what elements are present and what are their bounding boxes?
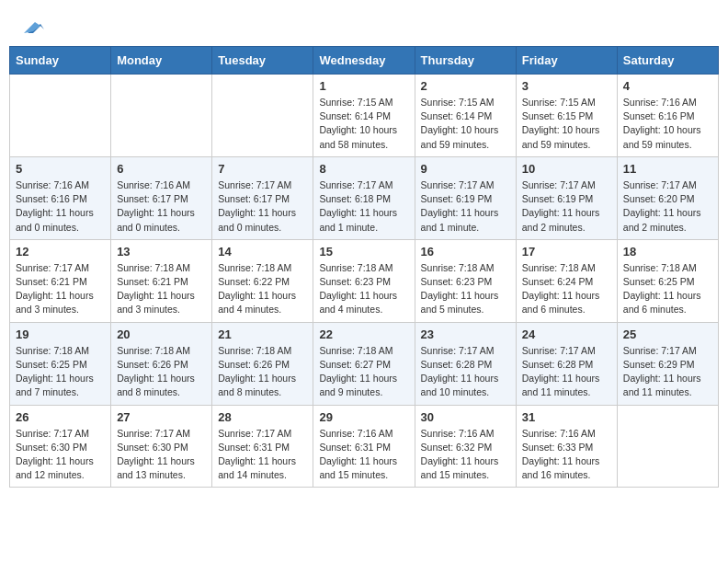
- day-info: Sunrise: 7:16 AMSunset: 6:32 PMDaylight:…: [421, 427, 510, 483]
- calendar-cell: 13Sunrise: 7:18 AMSunset: 6:21 PMDayligh…: [111, 239, 212, 322]
- day-info: Sunrise: 7:18 AMSunset: 6:22 PMDaylight:…: [218, 261, 307, 317]
- calendar-cell: 10Sunrise: 7:17 AMSunset: 6:19 PMDayligh…: [516, 156, 617, 239]
- day-number: 14: [218, 245, 307, 259]
- day-number: 4: [623, 79, 712, 93]
- calendar-table: SundayMondayTuesdayWednesdayThursdayFrid…: [9, 46, 719, 488]
- day-info: Sunrise: 7:17 AMSunset: 6:30 PMDaylight:…: [16, 427, 105, 483]
- calendar-cell: 1Sunrise: 7:15 AMSunset: 6:14 PMDaylight…: [313, 75, 415, 157]
- day-info: Sunrise: 7:18 AMSunset: 6:21 PMDaylight:…: [117, 261, 206, 317]
- calendar-cell: 4Sunrise: 7:16 AMSunset: 6:16 PMDaylight…: [617, 75, 718, 157]
- day-number: 19: [16, 327, 105, 341]
- day-info: Sunrise: 7:17 AMSunset: 6:28 PMDaylight:…: [421, 344, 510, 400]
- day-info: Sunrise: 7:18 AMSunset: 6:25 PMDaylight:…: [16, 344, 105, 400]
- day-number: 11: [623, 162, 712, 176]
- day-info: Sunrise: 7:18 AMSunset: 6:23 PMDaylight:…: [421, 261, 510, 317]
- calendar-cell: 24Sunrise: 7:17 AMSunset: 6:28 PMDayligh…: [516, 322, 617, 405]
- day-info: Sunrise: 7:17 AMSunset: 6:18 PMDaylight:…: [319, 178, 408, 235]
- calendar-cell: 11Sunrise: 7:17 AMSunset: 6:20 PMDayligh…: [617, 156, 718, 239]
- calendar-wrapper: SundayMondayTuesdayWednesdayThursdayFrid…: [0, 46, 728, 497]
- day-number: 7: [218, 162, 307, 176]
- calendar-cell: 20Sunrise: 7:18 AMSunset: 6:26 PMDayligh…: [111, 322, 212, 405]
- day-number: 18: [623, 245, 712, 259]
- calendar-cell: 19Sunrise: 7:18 AMSunset: 6:25 PMDayligh…: [10, 322, 111, 405]
- calendar-cell: [212, 75, 313, 157]
- day-info: Sunrise: 7:17 AMSunset: 6:19 PMDaylight:…: [522, 178, 611, 235]
- day-number: 30: [421, 410, 510, 424]
- day-info: Sunrise: 7:18 AMSunset: 6:27 PMDaylight:…: [319, 344, 408, 400]
- day-number: 13: [117, 245, 206, 259]
- day-info: Sunrise: 7:16 AMSunset: 6:16 PMDaylight:…: [16, 178, 105, 235]
- calendar-cell: 15Sunrise: 7:18 AMSunset: 6:23 PMDayligh…: [313, 239, 415, 322]
- calendar-week-row: 1Sunrise: 7:15 AMSunset: 6:14 PMDaylight…: [10, 75, 719, 157]
- day-number: 6: [117, 162, 206, 176]
- day-info: Sunrise: 7:17 AMSunset: 6:20 PMDaylight:…: [623, 178, 712, 235]
- day-info: Sunrise: 7:18 AMSunset: 6:26 PMDaylight:…: [218, 344, 307, 400]
- calendar-week-row: 19Sunrise: 7:18 AMSunset: 6:25 PMDayligh…: [10, 322, 719, 405]
- calendar-cell: 22Sunrise: 7:18 AMSunset: 6:27 PMDayligh…: [313, 322, 415, 405]
- calendar-week-row: 12Sunrise: 7:17 AMSunset: 6:21 PMDayligh…: [10, 239, 719, 322]
- day-number: 16: [421, 245, 510, 259]
- day-info: Sunrise: 7:15 AMSunset: 6:14 PMDaylight:…: [421, 96, 510, 152]
- day-info: Sunrise: 7:17 AMSunset: 6:17 PMDaylight:…: [218, 178, 307, 235]
- calendar-cell: [111, 75, 212, 157]
- weekday-header-friday: Friday: [516, 47, 617, 75]
- calendar-cell: 3Sunrise: 7:15 AMSunset: 6:15 PMDaylight…: [516, 75, 617, 157]
- calendar-cell: 2Sunrise: 7:15 AMSunset: 6:14 PMDaylight…: [415, 75, 516, 157]
- day-number: 25: [623, 327, 712, 341]
- day-number: 21: [218, 327, 307, 341]
- logo-icon: [24, 17, 44, 37]
- calendar-cell: 12Sunrise: 7:17 AMSunset: 6:21 PMDayligh…: [10, 239, 111, 322]
- logo: [22, 17, 44, 37]
- weekday-header-thursday: Thursday: [415, 47, 516, 75]
- day-number: 29: [319, 410, 408, 424]
- day-number: 15: [319, 245, 408, 259]
- weekday-header-tuesday: Tuesday: [212, 47, 313, 75]
- calendar-cell: 6Sunrise: 7:16 AMSunset: 6:17 PMDaylight…: [111, 156, 212, 239]
- calendar-cell: [10, 75, 111, 157]
- day-info: Sunrise: 7:16 AMSunset: 6:16 PMDaylight:…: [623, 96, 712, 152]
- day-info: Sunrise: 7:17 AMSunset: 6:31 PMDaylight:…: [218, 427, 307, 483]
- calendar-cell: 23Sunrise: 7:17 AMSunset: 6:28 PMDayligh…: [415, 322, 516, 405]
- day-info: Sunrise: 7:17 AMSunset: 6:19 PMDaylight:…: [421, 178, 510, 235]
- calendar-cell: 7Sunrise: 7:17 AMSunset: 6:17 PMDaylight…: [212, 156, 313, 239]
- day-info: Sunrise: 7:18 AMSunset: 6:25 PMDaylight:…: [623, 261, 712, 317]
- calendar-cell: 25Sunrise: 7:17 AMSunset: 6:29 PMDayligh…: [617, 322, 718, 405]
- day-number: 27: [117, 410, 206, 424]
- day-number: 1: [319, 79, 408, 93]
- day-number: 3: [522, 79, 611, 93]
- day-number: 28: [218, 410, 307, 424]
- day-info: Sunrise: 7:15 AMSunset: 6:14 PMDaylight:…: [319, 96, 408, 152]
- calendar-cell: 9Sunrise: 7:17 AMSunset: 6:19 PMDaylight…: [415, 156, 516, 239]
- weekday-header-monday: Monday: [111, 47, 212, 75]
- day-info: Sunrise: 7:18 AMSunset: 6:26 PMDaylight:…: [117, 344, 206, 400]
- calendar-header-row: SundayMondayTuesdayWednesdayThursdayFrid…: [10, 47, 719, 75]
- weekday-header-saturday: Saturday: [617, 47, 718, 75]
- day-number: 26: [16, 410, 105, 424]
- calendar-cell: 18Sunrise: 7:18 AMSunset: 6:25 PMDayligh…: [617, 239, 718, 322]
- calendar-cell: [617, 405, 718, 488]
- day-number: 2: [421, 79, 510, 93]
- calendar-week-row: 26Sunrise: 7:17 AMSunset: 6:30 PMDayligh…: [10, 405, 719, 488]
- day-info: Sunrise: 7:17 AMSunset: 6:30 PMDaylight:…: [117, 427, 206, 483]
- day-number: 17: [522, 245, 611, 259]
- calendar-week-row: 5Sunrise: 7:16 AMSunset: 6:16 PMDaylight…: [10, 156, 719, 239]
- weekday-header-wednesday: Wednesday: [313, 47, 415, 75]
- day-info: Sunrise: 7:16 AMSunset: 6:17 PMDaylight:…: [117, 178, 206, 235]
- calendar-cell: 28Sunrise: 7:17 AMSunset: 6:31 PMDayligh…: [212, 405, 313, 488]
- calendar-cell: 29Sunrise: 7:16 AMSunset: 6:31 PMDayligh…: [313, 405, 415, 488]
- day-info: Sunrise: 7:18 AMSunset: 6:24 PMDaylight:…: [522, 261, 611, 317]
- calendar-cell: 17Sunrise: 7:18 AMSunset: 6:24 PMDayligh…: [516, 239, 617, 322]
- day-info: Sunrise: 7:17 AMSunset: 6:21 PMDaylight:…: [16, 261, 105, 317]
- weekday-header-sunday: Sunday: [10, 47, 111, 75]
- day-info: Sunrise: 7:16 AMSunset: 6:33 PMDaylight:…: [522, 427, 611, 483]
- calendar-cell: 21Sunrise: 7:18 AMSunset: 6:26 PMDayligh…: [212, 322, 313, 405]
- day-number: 10: [522, 162, 611, 176]
- calendar-cell: 31Sunrise: 7:16 AMSunset: 6:33 PMDayligh…: [516, 405, 617, 488]
- calendar-cell: 26Sunrise: 7:17 AMSunset: 6:30 PMDayligh…: [10, 405, 111, 488]
- calendar-cell: 27Sunrise: 7:17 AMSunset: 6:30 PMDayligh…: [111, 405, 212, 488]
- day-number: 24: [522, 327, 611, 341]
- day-info: Sunrise: 7:18 AMSunset: 6:23 PMDaylight:…: [319, 261, 408, 317]
- day-info: Sunrise: 7:17 AMSunset: 6:28 PMDaylight:…: [522, 344, 611, 400]
- calendar-cell: 30Sunrise: 7:16 AMSunset: 6:32 PMDayligh…: [415, 405, 516, 488]
- day-info: Sunrise: 7:17 AMSunset: 6:29 PMDaylight:…: [623, 344, 712, 400]
